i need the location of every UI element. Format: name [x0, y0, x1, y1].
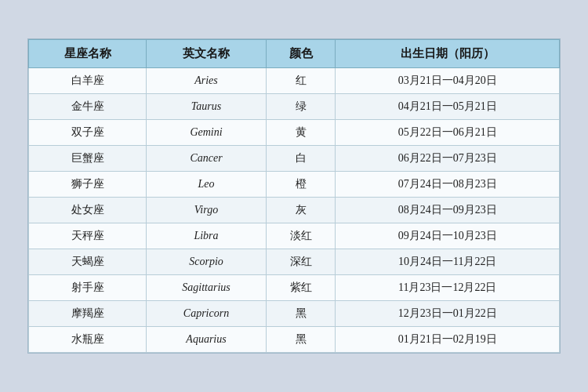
- cell-color: 黄: [267, 120, 336, 146]
- table-row: 天蝎座Scorpio深红10月24日一11月22日: [29, 249, 560, 275]
- cell-dates: 01月21日一02月19日: [336, 327, 560, 353]
- header-english-name: 英文名称: [147, 40, 267, 68]
- cell-dates: 12月23日一01月22日: [336, 301, 560, 327]
- cell-dates: 05月22日一06月21日: [336, 120, 560, 146]
- table-body: 白羊座Aries红03月21日一04月20日金牛座Taurus绿04月21日一0…: [29, 68, 560, 353]
- cell-english-name: Gemini: [147, 120, 267, 146]
- cell-english-name: Aries: [147, 68, 267, 94]
- cell-chinese-name: 巨蟹座: [29, 146, 147, 172]
- cell-chinese-name: 狮子座: [29, 172, 147, 198]
- cell-color: 橙: [267, 172, 336, 198]
- cell-chinese-name: 白羊座: [29, 68, 147, 94]
- cell-dates: 09月24日一10月23日: [336, 223, 560, 249]
- cell-color: 灰: [267, 198, 336, 223]
- cell-english-name: Leo: [147, 172, 267, 198]
- cell-english-name: Virgo: [147, 198, 267, 223]
- cell-english-name: Scorpio: [147, 249, 267, 275]
- table-row: 巨蟹座Cancer白06月22日一07月23日: [29, 146, 560, 172]
- table-row: 水瓶座Aquarius黑01月21日一02月19日: [29, 327, 560, 353]
- table-row: 摩羯座Capricorn黑12月23日一01月22日: [29, 301, 560, 327]
- cell-color: 绿: [267, 94, 336, 120]
- cell-chinese-name: 天蝎座: [29, 249, 147, 275]
- table-row: 金牛座Taurus绿04月21日一05月21日: [29, 94, 560, 120]
- table-header-row: 星座名称 英文名称 颜色 出生日期（阳历）: [29, 40, 560, 68]
- table-row: 白羊座Aries红03月21日一04月20日: [29, 68, 560, 94]
- cell-dates: 06月22日一07月23日: [336, 146, 560, 172]
- cell-color: 白: [267, 146, 336, 172]
- cell-color: 深红: [267, 249, 336, 275]
- cell-dates: 07月24日一08月23日: [336, 172, 560, 198]
- table-row: 双子座Gemini黄05月22日一06月21日: [29, 120, 560, 146]
- zodiac-table: 星座名称 英文名称 颜色 出生日期（阳历） 白羊座Aries红03月21日一04…: [28, 39, 560, 353]
- cell-english-name: Taurus: [147, 94, 267, 120]
- header-color: 颜色: [267, 40, 336, 68]
- cell-color: 紫红: [267, 275, 336, 301]
- cell-english-name: Libra: [147, 223, 267, 249]
- cell-english-name: Aquarius: [147, 327, 267, 353]
- cell-chinese-name: 射手座: [29, 275, 147, 301]
- cell-dates: 03月21日一04月20日: [336, 68, 560, 94]
- cell-chinese-name: 双子座: [29, 120, 147, 146]
- cell-dates: 04月21日一05月21日: [336, 94, 560, 120]
- zodiac-table-container: 星座名称 英文名称 颜色 出生日期（阳历） 白羊座Aries红03月21日一04…: [27, 38, 561, 354]
- cell-chinese-name: 摩羯座: [29, 301, 147, 327]
- table-row: 处女座Virgo灰08月24日一09月23日: [29, 198, 560, 223]
- cell-color: 红: [267, 68, 336, 94]
- cell-english-name: Capricorn: [147, 301, 267, 327]
- cell-dates: 11月23日一12月22日: [336, 275, 560, 301]
- cell-english-name: Cancer: [147, 146, 267, 172]
- cell-english-name: Sagittarius: [147, 275, 267, 301]
- cell-chinese-name: 天秤座: [29, 223, 147, 249]
- table-row: 射手座Sagittarius紫红11月23日一12月22日: [29, 275, 560, 301]
- cell-chinese-name: 水瓶座: [29, 327, 147, 353]
- cell-color: 黑: [267, 327, 336, 353]
- cell-color: 黑: [267, 301, 336, 327]
- cell-color: 淡红: [267, 223, 336, 249]
- table-row: 天秤座Libra淡红09月24日一10月23日: [29, 223, 560, 249]
- cell-chinese-name: 处女座: [29, 198, 147, 223]
- cell-chinese-name: 金牛座: [29, 94, 147, 120]
- table-row: 狮子座Leo橙07月24日一08月23日: [29, 172, 560, 198]
- header-dates: 出生日期（阳历）: [336, 40, 560, 68]
- cell-dates: 10月24日一11月22日: [336, 249, 560, 275]
- cell-dates: 08月24日一09月23日: [336, 198, 560, 223]
- header-chinese-name: 星座名称: [29, 40, 147, 68]
